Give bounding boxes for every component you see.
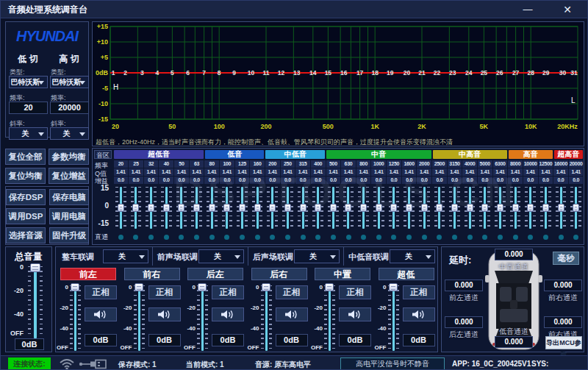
eq-band-bypass-dot[interactable] [437, 235, 442, 240]
eq-band-slider[interactable] [250, 185, 265, 231]
eq-band-bypass-dot[interactable] [391, 235, 396, 240]
eq-band-bypass-dot[interactable] [164, 235, 169, 240]
minimize-icon[interactable]: — [518, 2, 537, 17]
low-cut-freq-field[interactable]: 20 [9, 102, 48, 114]
eq-slider-handle[interactable] [376, 204, 382, 212]
eq-band-slider[interactable] [492, 185, 508, 231]
channel-phase-button[interactable]: 正相 [276, 285, 308, 299]
delay-value-中置通道[interactable]: 0.000 [495, 249, 533, 260]
eq-slider-handle[interactable] [345, 204, 351, 212]
eq-slider-handle[interactable] [360, 204, 367, 212]
action-button-选择音源[interactable]: 选择音源 [6, 227, 46, 243]
eq-slider-handle[interactable] [542, 204, 549, 212]
eq-band-slider[interactable] [508, 185, 523, 231]
action-button-固件升级[interactable]: 固件升级 [49, 227, 89, 243]
channel-slider-handle[interactable] [135, 283, 143, 291]
channel-slider-track[interactable] [265, 285, 268, 351]
eq-band-slider[interactable] [401, 185, 417, 231]
eq-band-bypass-dot[interactable] [331, 235, 336, 240]
eq-band-bypass-dot[interactable] [255, 235, 260, 240]
eq-band-bypass-dot[interactable] [513, 235, 518, 240]
eq-slider-handle[interactable] [436, 204, 442, 212]
eq-slider-handle[interactable] [330, 204, 337, 212]
eq-band-bypass-dot[interactable] [133, 235, 138, 240]
eq-band-slider[interactable] [204, 185, 220, 231]
channel-phase-button[interactable]: 正相 [403, 285, 435, 299]
delay-value-前右通道[interactable]: 0.000 [544, 280, 582, 291]
eq-band-slider[interactable] [310, 185, 326, 231]
eq-slider-handle[interactable] [118, 204, 124, 212]
eq-band-slider[interactable] [143, 185, 159, 231]
eq-band-slider[interactable] [432, 185, 448, 231]
eq-slider-handle[interactable] [512, 204, 519, 212]
delay-value-前左通道[interactable]: 0.000 [445, 280, 483, 291]
eq-slider-handle[interactable] [573, 204, 579, 212]
channel-phase-button[interactable]: 正相 [148, 285, 181, 299]
eq-band-bypass-dot[interactable] [482, 235, 487, 240]
channel-mute-button[interactable] [148, 307, 181, 321]
eq-band-bypass-dot[interactable] [452, 235, 457, 240]
eq-band-bypass-dot[interactable] [573, 235, 578, 240]
eq-band-bypass-dot[interactable] [406, 235, 412, 240]
channel-slider-handle[interactable] [389, 283, 398, 291]
action-button-调用DSP[interactable]: 调用DSP [6, 208, 46, 224]
action-button-保存DSP[interactable]: 保存DSP [6, 189, 46, 205]
channel-slider-track[interactable] [329, 285, 331, 351]
export-mcu-button[interactable]: 导出MCU参数 [545, 336, 582, 349]
eq-band-slider[interactable] [326, 185, 341, 231]
eq-band-slider[interactable] [387, 185, 402, 231]
eq-slider-handle[interactable] [481, 204, 488, 212]
eq-slider-handle[interactable] [527, 204, 534, 212]
master-slider-handle[interactable] [30, 263, 40, 272]
eq-band-slider[interactable] [234, 185, 250, 231]
eq-band-bypass-dot[interactable] [498, 235, 503, 240]
close-icon[interactable]: ✕ [558, 2, 577, 17]
eq-band-slider[interactable] [462, 185, 478, 231]
high-cut-slope-select[interactable]: 关 [50, 127, 89, 140]
channel-level-value[interactable]: 0dB [339, 334, 371, 346]
eq-slider-handle[interactable] [132, 204, 139, 212]
eq-band-slider[interactable] [174, 185, 190, 231]
eq-band-slider[interactable] [553, 185, 569, 231]
eq-slider-handle[interactable] [223, 204, 230, 212]
eq-band-bypass-dot[interactable] [346, 235, 351, 240]
link-select-中低音联调[interactable]: 关 [390, 249, 435, 263]
eq-band-bypass-dot[interactable] [224, 235, 229, 240]
eq-slider-handle[interactable] [467, 204, 473, 212]
eq-band-bypass-dot[interactable] [118, 235, 123, 240]
eq-band-slider[interactable] [220, 185, 235, 231]
master-volume-value[interactable]: 0dB [15, 338, 44, 350]
eq-slider-handle[interactable] [315, 204, 321, 212]
eq-curve-graph[interactable]: +15+10+50dB-5-10-1520501002005001K2K5K10… [93, 22, 584, 134]
eq-band-bypass-dot[interactable] [148, 235, 154, 240]
channel-mute-button[interactable] [85, 307, 117, 321]
eq-slider-handle[interactable] [284, 204, 291, 212]
delay-value-前右通道[interactable]: 0.000 [544, 316, 582, 328]
eq-band-bypass-dot[interactable] [179, 235, 184, 240]
channel-phase-button[interactable]: 正相 [85, 285, 117, 299]
eq-band-slider[interactable] [371, 185, 387, 231]
eq-slider-handle[interactable] [269, 204, 276, 212]
delay-unit-button[interactable]: 毫秒 [553, 252, 579, 265]
eq-slider-handle[interactable] [178, 204, 184, 212]
channel-mute-button[interactable] [403, 307, 435, 321]
link-select-整车联调[interactable]: 关 [103, 249, 148, 263]
action-button-复位均衡[interactable]: 复位均衡 [5, 168, 46, 184]
eq-band-bypass-dot[interactable] [528, 235, 533, 240]
action-button-保存电脑[interactable]: 保存电脑 [49, 189, 89, 205]
channel-slider-handle[interactable] [325, 283, 334, 291]
eq-band-bypass-dot[interactable] [315, 235, 320, 240]
eq-band-slider[interactable] [159, 185, 174, 231]
high-level-mute-button[interactable]: 高电平没信号时不静音 [340, 357, 445, 370]
eq-band-slider[interactable] [447, 185, 462, 231]
eq-slider-handle[interactable] [193, 204, 200, 212]
channel-mute-button[interactable] [276, 307, 308, 321]
eq-band-bypass-dot[interactable] [376, 235, 381, 240]
channel-slider-handle[interactable] [262, 283, 270, 291]
eq-band-slider[interactable] [129, 185, 144, 231]
eq-band-bypass-dot[interactable] [467, 235, 473, 240]
eq-slider-handle[interactable] [451, 204, 458, 212]
eq-band-slider[interactable] [280, 185, 295, 231]
channel-header-后左[interactable]: 后左 [187, 268, 243, 280]
eq-band-bypass-dot[interactable] [543, 235, 548, 240]
